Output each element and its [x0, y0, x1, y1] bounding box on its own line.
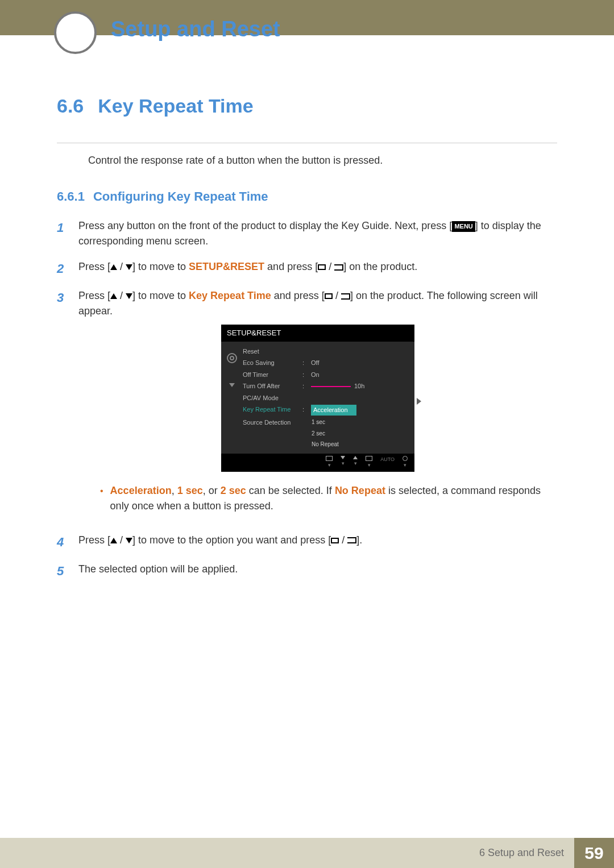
- subsection-title: Configuring Key Repeat Time: [93, 189, 268, 204]
- chapter-title: Setup and Reset: [111, 17, 280, 41]
- step-number: 5: [57, 562, 67, 580]
- gear-icon: [227, 353, 237, 363]
- step-number: 1: [57, 218, 67, 249]
- page-content: 6.6 Key Repeat Time Control the response…: [0, 35, 614, 580]
- osd-popup-option: 1 sec: [311, 418, 409, 427]
- right-arrow-icon: [417, 398, 421, 405]
- step-number: 3: [57, 288, 67, 522]
- source-icon: [318, 264, 326, 270]
- page-number: 59: [574, 838, 614, 868]
- steps-list: 1 Press any button on the front of the p…: [57, 218, 557, 580]
- step-1-body: Press any button on the front of the pro…: [78, 218, 557, 249]
- osd-item: Reset: [243, 347, 302, 356]
- up-arrow-icon: [110, 538, 117, 543]
- auto-label: AUTO: [380, 456, 395, 470]
- source-icon: [325, 293, 333, 299]
- footer-chapter-label: 6 Setup and Reset: [479, 838, 574, 868]
- up-arrow-icon: [110, 264, 117, 270]
- osd-item: Off Timer: [243, 370, 302, 380]
- osd-item: Eco Saving: [243, 358, 302, 368]
- subsection-number: 6.6.1: [57, 189, 85, 204]
- step-3-body: Press [ / ] to move to Key Repeat Time a…: [78, 288, 557, 522]
- divider: [57, 143, 557, 143]
- section-number: 6.6: [57, 95, 84, 117]
- osd-popup-option: 2 sec: [311, 429, 409, 438]
- enter-icon: [334, 264, 343, 271]
- down-arrow-icon: [126, 293, 132, 299]
- up-arrow-icon: [110, 293, 117, 299]
- osd-item: Turn Off After: [243, 381, 302, 391]
- step-number: 4: [57, 533, 67, 551]
- enter-icon: [341, 293, 350, 300]
- osd-screenshot: SETUP&RESET Reset Eco Saving:Off Off Tim…: [221, 325, 414, 472]
- enter-icon: [347, 537, 356, 543]
- bullet-icon: •: [100, 483, 103, 514]
- osd-value: 10h: [311, 381, 409, 391]
- page-footer: 6 Setup and Reset 59: [0, 838, 614, 868]
- step-number: 2: [57, 259, 67, 278]
- osd-footer: ▾ ▾ ▾ ▾ AUTO ▾: [221, 454, 414, 472]
- enter-icon: [366, 456, 372, 461]
- down-arrow-icon: [229, 383, 235, 387]
- up-arrow-icon: [353, 456, 358, 459]
- osd-item: PC/AV Mode: [243, 393, 302, 403]
- intro-text: Control the response rate of a button wh…: [88, 155, 557, 167]
- down-arrow-icon: [126, 538, 132, 543]
- osd-popup-option: Acceleration: [311, 405, 356, 416]
- power-icon: [403, 456, 408, 461]
- osd-item: Source Detection: [243, 418, 302, 427]
- source-icon: [331, 538, 339, 543]
- step-5-body: The selected option will be applied.: [78, 562, 557, 580]
- down-arrow-icon: [126, 264, 132, 270]
- chapter-number-circle: [54, 11, 97, 54]
- osd-item-selected: Key Repeat Time: [243, 405, 302, 416]
- bullet-note: • Acceleration, 1 sec, or 2 sec can be s…: [100, 483, 557, 514]
- down-arrow-icon: [341, 456, 345, 459]
- osd-value: On: [311, 370, 409, 380]
- step-2-body: Press [ / ] to move to SETUP&RESET and p…: [78, 259, 557, 278]
- section-title: Key Repeat Time: [98, 95, 253, 117]
- step-4-body: Press [ / ] to move to the option you wa…: [78, 533, 557, 551]
- osd-title: SETUP&RESET: [221, 325, 414, 342]
- menu-button-icon: MENU: [452, 221, 475, 232]
- back-icon: [326, 456, 333, 461]
- osd-value: Off: [311, 358, 409, 368]
- osd-popup-option: No Repeat: [311, 440, 409, 448]
